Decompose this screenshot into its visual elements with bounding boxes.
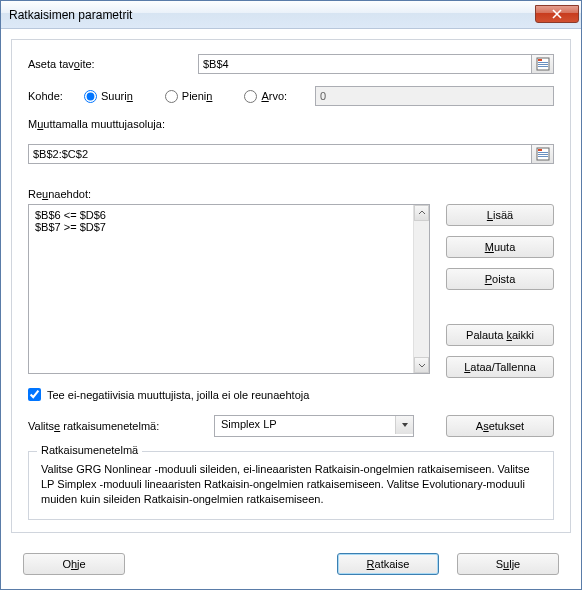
changing-cells-input[interactable]: [28, 144, 532, 164]
method-description-text: Valitse GRG Nonlinear -moduuli sileiden,…: [41, 462, 541, 507]
objective-input[interactable]: [198, 54, 532, 74]
solve-button[interactable]: Ratkaise: [337, 553, 439, 575]
constraints-listbox[interactable]: $B$6 <= $D$6 $B$7 >= $D$7: [28, 204, 430, 374]
svg-rect-8: [538, 154, 548, 155]
add-button[interactable]: Lisää: [446, 204, 554, 226]
target-value-input[interactable]: [315, 86, 554, 106]
changing-refedit-button[interactable]: [532, 144, 554, 164]
dialog-footer: Ohje Ratkaise Sulje: [1, 543, 581, 589]
dialog-body: Aseta tavoite: K: [1, 29, 581, 543]
target-min-option[interactable]: Pienin: [165, 90, 213, 103]
svg-rect-2: [538, 62, 548, 63]
solver-parameters-dialog: Ratkaisimen parametrit Aseta tavoite:: [0, 0, 582, 590]
constraints-buttons: Lisää Muuta Poista Palauta kaikki Lataa/…: [446, 204, 554, 378]
nonneg-checkbox-row[interactable]: Tee ei-negatiivisia muuttujista, joilla …: [28, 388, 554, 401]
delete-button[interactable]: Poista: [446, 268, 554, 290]
objective-row: Aseta tavoite:: [28, 54, 554, 74]
chevron-up-icon: [418, 209, 426, 217]
close-button[interactable]: Sulje: [457, 553, 559, 575]
window-title: Ratkaisimen parametrit: [9, 8, 535, 22]
change-button[interactable]: Muuta: [446, 236, 554, 258]
reset-all-button[interactable]: Palauta kaikki: [446, 324, 554, 346]
svg-rect-3: [538, 64, 548, 65]
svg-rect-1: [538, 59, 542, 61]
scroll-down-button[interactable]: [414, 357, 429, 373]
options-button[interactable]: Asetukset: [446, 415, 554, 437]
objective-refedit-button[interactable]: [532, 54, 554, 74]
constraints-label: Reunaehdot:: [28, 188, 554, 200]
target-label: Kohde:: [28, 90, 84, 102]
svg-rect-9: [538, 156, 548, 157]
changing-label: Muuttamalla muuttujasoluja:: [28, 118, 554, 130]
chevron-down-icon: [418, 361, 426, 369]
close-icon: [552, 9, 562, 19]
svg-rect-6: [538, 149, 542, 151]
target-value-option[interactable]: Arvo:: [244, 90, 287, 103]
scroll-up-button[interactable]: [414, 205, 429, 221]
titlebar: Ratkaisimen parametrit: [1, 1, 581, 29]
nonneg-checkbox[interactable]: [28, 388, 41, 401]
refedit-icon: [536, 57, 550, 71]
method-select[interactable]: Simplex LP: [214, 415, 414, 437]
target-value-radio[interactable]: [244, 90, 257, 103]
refedit-icon: [536, 147, 550, 161]
svg-rect-7: [538, 152, 548, 153]
help-button[interactable]: Ohje: [23, 553, 125, 575]
objective-label: Aseta tavoite:: [28, 58, 198, 70]
target-row: Kohde: Suurin Pienin Arvo:: [28, 86, 554, 106]
constraints-scrollbar[interactable]: [413, 205, 429, 373]
target-max-option[interactable]: Suurin: [84, 90, 133, 103]
load-save-button[interactable]: Lataa/Tallenna: [446, 356, 554, 378]
scroll-track[interactable]: [414, 221, 429, 357]
window-close-button[interactable]: [535, 5, 579, 23]
method-description-title: Ratkaisumenetelmä: [37, 444, 142, 456]
method-select-value: Simplex LP: [214, 415, 414, 437]
method-row: Valitse ratkaisumenetelmä: Simplex LP As…: [28, 415, 554, 437]
svg-rect-4: [538, 66, 548, 67]
target-radio-group: Suurin Pienin Arvo:: [84, 90, 315, 103]
nonneg-label: Tee ei-negatiivisia muuttujista, joilla …: [47, 389, 309, 401]
main-panel: Aseta tavoite: K: [11, 39, 571, 533]
target-max-radio[interactable]: [84, 90, 97, 103]
constraints-text: $B$6 <= $D$6 $B$7 >= $D$7: [35, 209, 106, 233]
target-min-radio[interactable]: [165, 90, 178, 103]
method-label: Valitse ratkaisumenetelmä:: [28, 420, 198, 432]
method-description-group: Ratkaisumenetelmä Valitse GRG Nonlinear …: [28, 451, 554, 520]
